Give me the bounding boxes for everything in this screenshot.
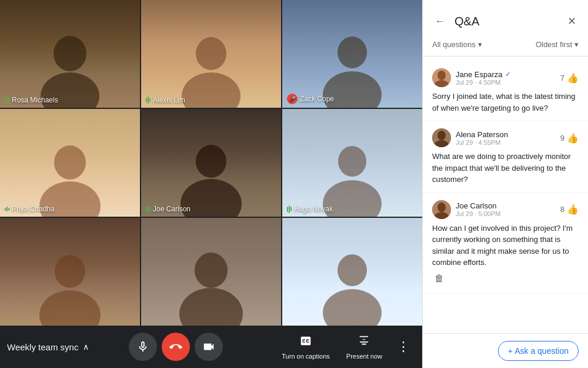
avatar-img-1 bbox=[432, 68, 451, 87]
audio-indicator-5 bbox=[146, 206, 151, 213]
author-name-row-3: Joe Carlson bbox=[456, 201, 500, 210]
question-item-3: Joe Carlson Jul 29 · 5:00PM 8 👍 How can … bbox=[423, 193, 588, 294]
video-cell-3[interactable]: 🎤 Zack Cope bbox=[282, 0, 422, 108]
question-meta-1: Jane Esparza ✓ Jul 29 · 4:50PM 7 👍 bbox=[432, 68, 579, 87]
camera-button[interactable] bbox=[195, 333, 223, 361]
meeting-title: Weekly team sync bbox=[7, 342, 78, 352]
delete-question-3-button[interactable]: 🗑 bbox=[432, 271, 446, 286]
present-label: Present now bbox=[346, 353, 382, 360]
video-cell-9[interactable] bbox=[282, 218, 422, 326]
question-text-2: What are we doing to proactively monitor… bbox=[432, 151, 579, 185]
author-name-row-2: Alena Paterson bbox=[456, 130, 508, 139]
all-questions-dropdown[interactable]: All questions ▾ bbox=[432, 40, 482, 49]
sort-label: Oldest first bbox=[536, 40, 572, 49]
ask-question-label: + Ask a question bbox=[508, 346, 569, 356]
svg-point-13 bbox=[39, 290, 101, 326]
end-call-button[interactable] bbox=[162, 333, 190, 361]
verified-icon-1: ✓ bbox=[505, 70, 511, 78]
avatar-1 bbox=[432, 68, 451, 87]
video-cell-7[interactable] bbox=[0, 218, 140, 326]
svg-point-16 bbox=[338, 254, 367, 286]
present-icon bbox=[358, 334, 370, 350]
video-cell-1[interactable]: Rosa Michaels bbox=[0, 0, 140, 108]
video-cell-8[interactable] bbox=[141, 218, 281, 326]
question-item-2: Alena Paterson Jul 29 · 4:55PM 9 👍 What … bbox=[423, 121, 588, 193]
qa-filters: All questions ▾ Oldest first ▾ bbox=[423, 33, 588, 57]
author-name-1: Jane Esparza bbox=[456, 70, 503, 79]
person-silhouette-2 bbox=[176, 31, 246, 108]
mic-icon bbox=[136, 340, 149, 353]
video-grid: Rosa Michaels Alexis Lim bbox=[0, 0, 422, 326]
audio-indicator-4 bbox=[5, 207, 9, 211]
sort-dropdown[interactable]: Oldest first ▾ bbox=[536, 40, 579, 49]
svg-point-14 bbox=[195, 253, 228, 288]
video-section: Rosa Michaels Alexis Lim bbox=[0, 0, 422, 368]
qa-panel: ← Q&A ✕ All questions ▾ Oldest first ▾ bbox=[422, 0, 588, 368]
back-icon: ← bbox=[435, 15, 445, 28]
present-now-button[interactable]: Present now bbox=[339, 330, 389, 364]
mic-button[interactable] bbox=[129, 333, 157, 361]
author-name-3: Joe Carlson bbox=[456, 201, 496, 210]
camera-icon bbox=[202, 340, 215, 353]
filter-label: All questions bbox=[432, 40, 476, 49]
captions-button[interactable]: Turn on captions bbox=[275, 330, 337, 364]
video-cell-2[interactable]: Alexis Lim bbox=[141, 0, 281, 108]
author-info-3: Joe Carlson Jul 29 · 5:00PM bbox=[456, 201, 500, 217]
video-cell-5[interactable]: Joe Carlson bbox=[141, 109, 281, 217]
question-text-1: Sorry I joined late, what is the latest … bbox=[432, 91, 579, 114]
captions-label: Turn on captions bbox=[282, 353, 330, 360]
qa-header: ← Q&A ✕ bbox=[423, 0, 588, 33]
author-info-1: Jane Esparza ✓ Jul 29 · 4:50PM bbox=[456, 70, 511, 86]
meeting-expand-icon[interactable]: ∧ bbox=[83, 342, 89, 352]
svg-point-2 bbox=[196, 37, 226, 70]
question-author-1: Jane Esparza ✓ Jul 29 · 4:50PM bbox=[432, 68, 511, 87]
delete-icon: 🗑 bbox=[435, 273, 444, 283]
person-silhouette-8 bbox=[176, 249, 246, 326]
avatar-img-2 bbox=[432, 128, 451, 147]
question-votes-2: 9 👍 bbox=[560, 132, 579, 144]
bottom-bar: Weekly team sync ∧ bbox=[0, 326, 422, 368]
participant-name-6: Hugo Novak bbox=[287, 205, 333, 213]
svg-point-22 bbox=[437, 131, 446, 140]
svg-point-25 bbox=[437, 203, 446, 212]
participant-name-3: 🎤 Zack Cope bbox=[287, 94, 334, 104]
vote-count-3: 8 bbox=[560, 205, 564, 214]
thumbs-up-2[interactable]: 👍 bbox=[567, 132, 579, 144]
ask-question-button[interactable]: + Ask a question bbox=[498, 341, 579, 361]
participant-name-4: Priya Chadha bbox=[5, 205, 55, 213]
author-name-row-1: Jane Esparza ✓ bbox=[456, 70, 511, 79]
question-time-1: Jul 29 · 4:50PM bbox=[456, 79, 511, 86]
question-time-2: Jul 29 · 4:55PM bbox=[456, 139, 508, 146]
svg-point-10 bbox=[338, 146, 366, 177]
audio-indicator-1 bbox=[5, 97, 9, 103]
qa-close-button[interactable]: ✕ bbox=[565, 12, 579, 30]
more-icon: ⋮ bbox=[397, 339, 410, 354]
end-call-icon bbox=[169, 340, 182, 353]
qa-title: Q&A bbox=[455, 15, 479, 28]
qa-footer: + Ask a question bbox=[423, 333, 588, 368]
svg-point-4 bbox=[338, 37, 367, 68]
svg-point-15 bbox=[179, 288, 243, 326]
thumbs-up-3[interactable]: 👍 bbox=[567, 204, 579, 215]
participant-name-2: Alexis Lim bbox=[146, 96, 185, 104]
sort-arrow-icon: ▾ bbox=[574, 40, 579, 49]
controls-center bbox=[129, 333, 223, 361]
meeting-title-area: Weekly team sync ∧ bbox=[7, 342, 89, 352]
qa-header-left: ← Q&A bbox=[432, 13, 479, 30]
thumbs-up-1[interactable]: 👍 bbox=[567, 72, 579, 84]
svg-point-19 bbox=[437, 71, 446, 80]
more-options-button[interactable]: ⋮ bbox=[392, 335, 415, 359]
question-votes-3: 8 👍 bbox=[560, 204, 579, 215]
controls-right: Turn on captions Present now ⋮ bbox=[275, 330, 415, 364]
vote-count-1: 7 bbox=[560, 74, 564, 82]
svg-point-8 bbox=[196, 145, 226, 178]
question-meta-3: Joe Carlson Jul 29 · 5:00PM 8 👍 bbox=[432, 200, 579, 219]
video-cell-4[interactable]: Priya Chadha bbox=[0, 109, 140, 217]
question-time-3: Jul 29 · 5:00PM bbox=[456, 210, 500, 217]
qa-back-button[interactable]: ← bbox=[432, 13, 447, 30]
audio-indicator-2 bbox=[146, 97, 151, 104]
video-cell-6[interactable]: Hugo Novak bbox=[282, 109, 422, 217]
person-silhouette-7 bbox=[35, 249, 105, 326]
question-text-3: How can I get involved in this project? … bbox=[432, 223, 579, 268]
participant-name-5: Joe Carlson bbox=[146, 205, 191, 213]
